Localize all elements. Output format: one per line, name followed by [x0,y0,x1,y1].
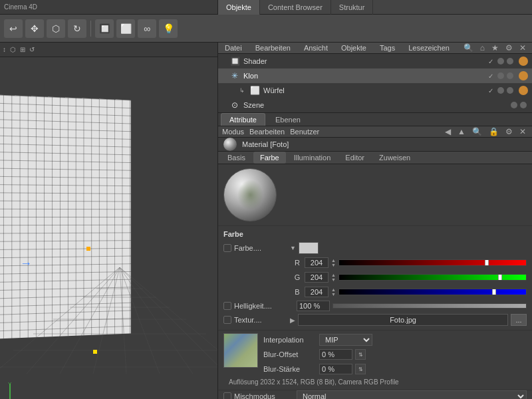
tab-content-browser[interactable]: Content Browser [260,0,331,15]
material-sphere-icon [223,138,237,151]
b-slider[interactable] [338,289,527,295]
blur-offset-label: Blur-Offset [263,350,317,358]
r-up-arrow[interactable]: ▲ [331,258,336,263]
farbe-dropdown-arrow[interactable]: ▼ [290,245,296,251]
helligkeit-value-input[interactable] [297,301,330,311]
attr-settings2-icon[interactable]: ⚙ [503,126,515,137]
right-panel: Datei Bearbeiten Ansicht Objekte Tags Le… [218,43,532,399]
attr-up-icon[interactable]: ▲ [456,126,467,137]
tab-attribute[interactable]: Attribute [221,113,265,126]
textur-checkbox[interactable] [223,316,231,324]
farbe-row-label: Farbe.... [234,244,287,252]
farbe-label: Farbe [218,229,532,241]
blur-offset-stepper[interactable]: ⇅ [355,349,366,360]
farbe-checkbox[interactable] [223,244,231,252]
vp-icon-arrows[interactable]: ↕ [3,46,6,53]
g-stepper[interactable]: ▲ ▼ [331,273,336,282]
r-slider[interactable] [338,259,527,266]
tool-model[interactable]: ⬜ [116,19,135,38]
attr-lock-icon[interactable]: 🔒 [487,126,501,137]
viewport-canvas: → X Y [0,57,218,399]
menu-ansicht[interactable]: Ansicht [301,43,331,53]
tool-undo[interactable]: ↩ [4,19,23,38]
search-icon[interactable]: 🔍 [462,43,475,53]
tool-object[interactable]: 🔲 [95,19,114,38]
check2: ✓ [488,72,493,80]
g-value-input[interactable] [305,272,329,283]
menu-objekte[interactable]: Objekte [338,43,369,53]
attr-modus[interactable]: Modus [222,128,244,136]
g-up-arrow[interactable]: ▲ [331,273,336,277]
wurfel-status-dots: ✓ [488,87,513,94]
attr-bearbeiten[interactable]: Bearbeiten [249,128,285,136]
close-icon[interactable]: ✕ [517,43,528,53]
mischmodus-select[interactable]: Normal [297,390,527,399]
menu-lesezeichen[interactable]: Lesezeichen [406,43,452,53]
menu-bearbeiten[interactable]: Bearbeiten [253,43,293,53]
resolution-info: Auflösung 2032 x 1524, RGB (8 Bit), Came… [223,377,527,387]
mat-tab-farbe[interactable]: Farbe [253,152,286,164]
g-down-arrow[interactable]: ▼ [331,277,336,282]
mat-tab-basis[interactable]: Basis [221,152,252,164]
color-swatch-preview[interactable] [299,242,319,254]
mat-tab-illumination[interactable]: Illumination [287,152,338,164]
menu-tags[interactable]: Tags [377,43,398,53]
mat-tab-editor[interactable]: Editor [338,152,371,164]
r-value-input[interactable] [305,257,329,268]
vp-icon-rotate[interactable]: ↺ [29,46,35,53]
vp-icon-view[interactable]: ⊞ [20,46,25,53]
szene-icon: ⊙ [229,100,241,110]
g-slider-thumb[interactable] [498,274,502,281]
attr-benutzer[interactable]: Benutzer [290,128,319,136]
helligkeit-checkbox[interactable] [223,302,231,310]
r-slider-thumb[interactable] [485,259,489,266]
viewport: ↕ ⬡ ⊞ ↺ [0,43,218,399]
mischmodus-checkbox[interactable] [223,392,231,399]
b-down-arrow[interactable]: ▼ [331,292,336,297]
b-up-arrow[interactable]: ▲ [331,287,336,292]
b-slider-thumb[interactable] [492,289,496,295]
r-down-arrow[interactable]: ▼ [331,263,336,267]
textur-more-btn[interactable]: ... [511,314,527,326]
color-preview-area [218,164,532,226]
settings-icon[interactable]: ⚙ [503,43,515,53]
tool-light[interactable]: 💡 [159,19,178,38]
b-value-input[interactable] [305,287,329,297]
attr-back-icon[interactable]: ◀ [443,126,453,137]
blur-offset-input[interactable] [319,349,352,360]
b-label: B [293,288,302,296]
object-row-wurfel[interactable]: ↳ ⬜ Würfel ✓ [218,83,532,98]
r-stepper[interactable]: ▲ ▼ [331,258,336,267]
tool-scale[interactable]: ⬡ [47,19,65,38]
textur-play-icon[interactable]: ▶ [290,317,295,324]
svg-line-13 [120,267,193,374]
menu-datei[interactable]: Datei [222,43,245,53]
tab-struktur[interactable]: Struktur [331,0,374,15]
blur-starke-stepper[interactable]: ⇅ [355,364,366,374]
tab-objekte[interactable]: Objekte [218,0,260,15]
textur-thumbnail-image [224,334,258,368]
helligkeit-slider[interactable] [332,303,527,309]
attr-close2-icon[interactable]: ✕ [517,126,528,137]
tool-move[interactable]: ✥ [25,19,44,38]
home-icon[interactable]: ⌂ [478,43,487,53]
object-row-shader[interactable]: 🔲 Shader ✓ [218,54,532,68]
object-row-szene[interactable]: ⊙ Szene [218,98,532,112]
b-stepper[interactable]: ▲ ▼ [331,287,336,297]
vp-icon-grid[interactable]: ⬡ [10,46,16,53]
bookmark-icon[interactable]: ★ [489,43,501,53]
mat-tab-zuweisen[interactable]: Zuweisen [372,152,417,164]
tab-ebenen[interactable]: Ebenen [267,113,309,126]
r-channel-row: R ▲ ▼ [218,255,532,270]
tool-animate[interactable]: ∞ [138,19,156,38]
blur-starke-input[interactable] [319,364,352,374]
toolbar-separator [90,21,91,37]
tool-rotate[interactable]: ↻ [68,19,86,38]
object-row-klon[interactable]: ✳ Klon ✓ [218,68,532,83]
dot-s2 [520,102,527,108]
g-slider[interactable] [338,274,527,281]
svg-line-7 [0,267,120,374]
attr-search2-icon[interactable]: 🔍 [470,126,484,137]
interpolation-select[interactable]: MIP [319,334,372,346]
object-list: 🔲 Shader ✓ ✳ Klon ✓ [218,54,532,113]
